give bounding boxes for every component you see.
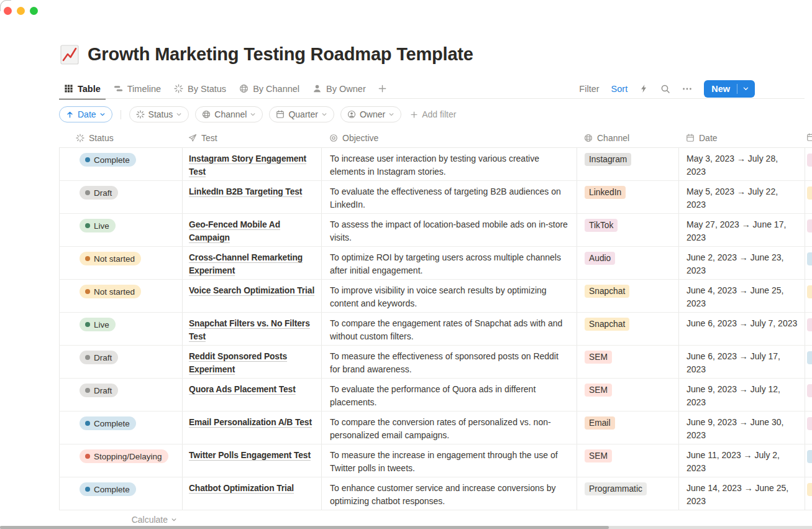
status-cell[interactable]: Not started <box>59 280 182 312</box>
test-cell[interactable]: Geo-Fenced Mobile Ad Campaign <box>182 214 321 246</box>
objective-cell[interactable]: To compare the conversion rates of perso… <box>321 412 577 444</box>
chevron-down-icon[interactable] <box>737 85 755 92</box>
date-cell[interactable]: May 3, 2023 → July 28, 2023 <box>678 148 805 180</box>
filter-chip-owner[interactable]: Owner <box>340 106 401 122</box>
status-badge[interactable]: Live <box>80 318 116 331</box>
test-cell[interactable]: Chatbot Optimization Trial <box>182 477 321 510</box>
status-badge[interactable]: Draft <box>80 186 118 200</box>
date-cell[interactable]: June 6, 2023 → July 17, 2023 <box>678 346 805 378</box>
status-cell[interactable]: Draft <box>59 346 182 378</box>
channel-tag[interactable]: Audio <box>585 252 615 265</box>
table-row[interactable]: Complete Instagram Story Engagement Test… <box>59 148 812 181</box>
channel-cell[interactable]: Email <box>577 412 678 444</box>
channel-tag[interactable]: Instagram <box>585 153 631 166</box>
column-header-channel[interactable]: Channel <box>577 133 678 143</box>
table-row[interactable]: Draft LinkedIn B2B Targeting Test To eva… <box>59 181 812 214</box>
status-cell[interactable]: Not started <box>59 247 182 279</box>
add-view-button[interactable] <box>374 78 391 99</box>
channel-cell[interactable]: Snapchat <box>577 280 678 312</box>
status-cell[interactable]: Draft <box>59 379 182 411</box>
tab-table[interactable]: Table <box>59 78 106 99</box>
tab-timeline[interactable]: Timeline <box>109 78 166 99</box>
test-title-link[interactable]: Email Personalization A/B Test <box>189 418 312 427</box>
test-cell[interactable]: Cross-Channel Remarketing Experiment <box>182 247 321 279</box>
test-cell[interactable]: LinkedIn B2B Targeting Test <box>182 181 321 213</box>
scrollbar-thumb[interactable] <box>0 526 609 529</box>
date-cell[interactable]: May 27, 2023 → June 17, 2023 <box>678 214 805 246</box>
channel-cell[interactable]: SEM <box>577 379 678 411</box>
page-title[interactable]: Growth Marketing Testing Roadmap Templat… <box>88 44 473 65</box>
test-cell[interactable]: Email Personalization A/B Test <box>182 412 321 444</box>
objective-cell[interactable]: To evaluate the effectiveness of targeti… <box>321 181 577 213</box>
date-cell[interactable]: June 4, 2023 → June 25, 2023 <box>678 280 805 312</box>
calculate-button[interactable]: Calculate <box>59 515 182 525</box>
test-title-link[interactable]: Reddit Sponsored Posts Experiment <box>189 352 287 374</box>
tab-by-channel[interactable]: By Channel <box>234 78 304 99</box>
tab-by-status[interactable]: By Status <box>169 78 231 99</box>
test-title-link[interactable]: Twitter Polls Engagement Test <box>189 451 311 460</box>
date-cell[interactable]: June 6, 2023 → July 7, 2023 <box>678 313 805 345</box>
objective-cell[interactable]: To enhance customer service and increase… <box>321 477 577 510</box>
minimize-button[interactable] <box>17 7 25 15</box>
search-icon[interactable] <box>660 84 670 94</box>
channel-tag[interactable]: Snapchat <box>585 318 629 331</box>
date-cell[interactable]: June 11, 2023 → July 2, 2023 <box>678 444 805 477</box>
zoom-button[interactable] <box>30 7 38 15</box>
test-title-link[interactable]: Cross-Channel Remarketing Experiment <box>189 253 303 275</box>
status-cell[interactable]: Complete <box>59 477 182 510</box>
filter-chip-quarter[interactable]: Quarter <box>269 106 334 122</box>
filter-button[interactable]: Filter <box>579 84 599 94</box>
table-row[interactable]: Draft Reddit Sponsored Posts Experiment … <box>59 346 812 379</box>
status-badge[interactable]: Complete <box>80 416 136 430</box>
channel-cell[interactable]: Programmatic <box>577 477 678 510</box>
horizontal-scrollbar[interactable] <box>0 526 812 529</box>
test-title-link[interactable]: Quora Ads Placement Test <box>189 385 296 394</box>
column-header-objective[interactable]: Objective <box>321 133 577 143</box>
chart-increasing-icon[interactable] <box>60 45 79 65</box>
test-cell[interactable]: Snapchat Filters vs. No Filters Test <box>182 313 321 345</box>
channel-tag[interactable]: SEM <box>585 351 612 364</box>
channel-tag[interactable]: Email <box>585 416 615 430</box>
ellipsis-icon[interactable] <box>682 84 692 94</box>
channel-cell[interactable]: TikTok <box>577 214 678 246</box>
column-header-date[interactable]: Date <box>678 133 805 143</box>
column-header-partial[interactable] <box>805 127 812 148</box>
status-cell[interactable]: Live <box>59 313 182 345</box>
table-row[interactable]: Stopping/Delaying Twitter Polls Engageme… <box>59 444 812 477</box>
status-badge[interactable]: Live <box>80 219 116 232</box>
date-cell[interactable]: May 5, 2023 → July 22, 2023 <box>678 181 805 213</box>
filter-chip-status[interactable]: Status <box>129 106 189 122</box>
test-cell[interactable]: Instagram Story Engagement Test <box>182 148 321 180</box>
table-row[interactable]: Not started Cross-Channel Remarketing Ex… <box>59 247 812 280</box>
channel-tag[interactable]: TikTok <box>585 219 618 232</box>
new-button[interactable]: New <box>704 80 755 98</box>
channel-cell[interactable]: Snapchat <box>577 313 678 345</box>
status-cell[interactable]: Complete <box>59 412 182 444</box>
table-row[interactable]: Live Geo-Fenced Mobile Ad Campaign To as… <box>59 214 812 247</box>
date-cell[interactable]: June 14, 2023 → June 25, 2023 <box>678 477 805 510</box>
channel-cell[interactable]: SEM <box>577 346 678 378</box>
objective-cell[interactable]: To assess the impact of location-based m… <box>321 214 577 246</box>
test-title-link[interactable]: Geo-Fenced Mobile Ad Campaign <box>189 220 280 242</box>
status-badge[interactable]: Not started <box>80 252 141 265</box>
date-cell[interactable]: June 2, 2023 → June 23, 2023 <box>678 247 805 279</box>
test-cell[interactable]: Twitter Polls Engagement Test <box>182 444 321 477</box>
channel-cell[interactable]: SEM <box>577 444 678 477</box>
column-header-test[interactable]: Test <box>182 133 321 143</box>
test-cell[interactable]: Reddit Sponsored Posts Experiment <box>182 346 321 378</box>
objective-cell[interactable]: To measure the effectiveness of sponsore… <box>321 346 577 378</box>
lightning-icon[interactable] <box>639 84 649 93</box>
table-row[interactable]: Draft Quora Ads Placement Test To evalua… <box>59 379 812 412</box>
status-cell[interactable]: Stopping/Delaying <box>59 444 182 477</box>
channel-cell[interactable]: Audio <box>577 247 678 279</box>
objective-cell[interactable]: To increase user interaction by testing … <box>321 148 577 180</box>
add-filter-button[interactable]: Add filter <box>410 109 456 119</box>
table-row[interactable]: Complete Chatbot Optimization Trial To e… <box>59 477 812 510</box>
date-cell[interactable]: June 9, 2023 → June 30, 2023 <box>678 412 805 444</box>
column-header-status[interactable]: Status <box>59 133 182 143</box>
date-cell[interactable]: June 9, 2023 → July 12, 2023 <box>678 379 805 411</box>
test-title-link[interactable]: Snapchat Filters vs. No Filters Test <box>189 319 310 341</box>
sort-chip-date[interactable]: Date <box>59 106 112 122</box>
status-cell[interactable]: Live <box>59 214 182 246</box>
channel-tag[interactable]: SEM <box>585 384 612 397</box>
